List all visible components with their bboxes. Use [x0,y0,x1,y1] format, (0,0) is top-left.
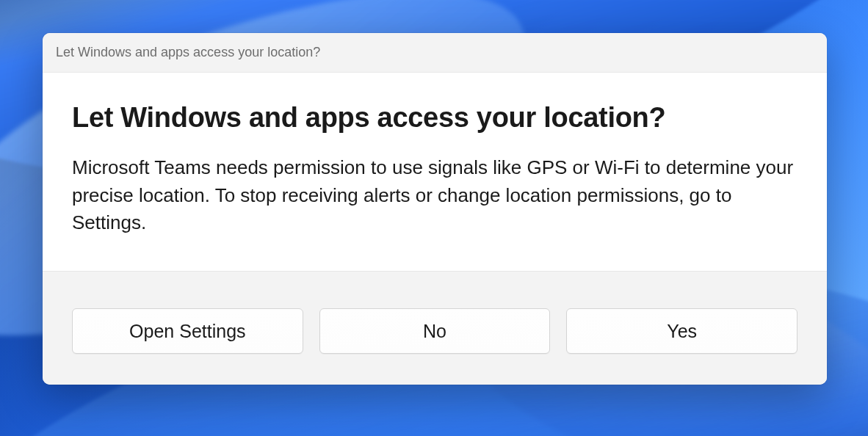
dialog-heading: Let Windows and apps access your locatio… [72,102,798,134]
titlebar-text: Let Windows and apps access your locatio… [56,45,320,60]
open-settings-button[interactable]: Open Settings [72,308,303,354]
yes-button[interactable]: Yes [566,308,798,354]
dialog-body-text: Microsoft Teams needs permission to use … [72,154,798,237]
dialog-content: Let Windows and apps access your locatio… [43,73,827,271]
location-permission-dialog: Let Windows and apps access your locatio… [43,33,827,385]
dialog-titlebar: Let Windows and apps access your locatio… [43,33,827,73]
no-button[interactable]: No [319,308,551,354]
dialog-footer: Open Settings No Yes [43,271,827,385]
